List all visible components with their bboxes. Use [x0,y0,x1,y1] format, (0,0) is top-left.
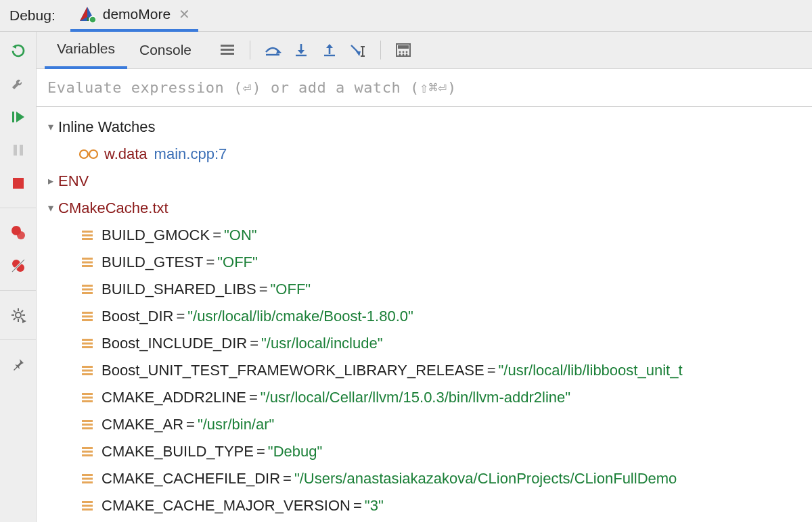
cmake-cache-node[interactable]: CMakeCache.txt [43,195,812,222]
variable-value: "OFF" [271,276,311,303]
tab-console[interactable]: Console [127,32,204,69]
evaluate-expression-button[interactable] [393,40,413,60]
expand-icon[interactable] [43,195,58,222]
cmake-cache-label: CMakeCache.txt [58,195,168,222]
close-tab-icon[interactable]: ✕ [179,6,190,22]
watch-location[interactable]: main.cpp:7 [154,141,227,168]
svg-rect-56 [82,262,93,264]
variables-tree[interactable]: Inline Watches w.data main.cpp:7 ENV C [37,107,812,522]
svg-rect-80 [82,478,93,480]
svg-point-44 [399,51,401,53]
sidebar-separator [0,208,36,208]
sidebar-separator-2 [0,290,36,291]
svg-rect-77 [82,451,93,453]
variable-icon [81,500,95,512]
settings-button[interactable] [9,306,28,325]
wrench-icon[interactable] [9,74,28,93]
svg-rect-57 [82,265,93,267]
variable-entry[interactable]: CMAKE_BUILD_TYPE = "Debug" [43,438,812,465]
svg-rect-63 [82,319,93,321]
svg-rect-69 [82,373,93,375]
svg-rect-62 [82,316,93,318]
variable-name: Boost_INCLUDE_DIR [102,330,247,357]
equals: = [247,330,261,357]
svg-rect-73 [82,420,93,422]
svg-rect-83 [82,505,93,507]
variable-icon [81,392,95,404]
svg-point-16 [16,312,21,318]
variable-entry[interactable]: BUILD_GMOCK = "ON" [43,222,812,249]
layout-icon[interactable] [217,40,238,60]
svg-rect-84 [82,508,93,511]
variable-icon [81,283,95,295]
variable-name: CMAKE_ADDR2LINE [102,384,246,411]
svg-rect-26 [221,45,234,47]
variable-entry[interactable]: BUILD_SHARED_LIBS = "OFF" [43,276,812,303]
pause-button[interactable] [9,141,28,160]
glasses-icon [78,148,99,160]
variable-entry[interactable]: CMAKE_CACHE_MAJOR_VERSION = "3" [43,492,812,519]
variable-value: "/usr/local/lib/libboost_unit_t [499,357,683,384]
svg-rect-68 [82,370,93,372]
run-config-tab[interactable]: demoMore ✕ [70,0,198,32]
svg-point-11 [17,231,25,239]
rerun-button[interactable] [9,41,28,60]
evaluate-row [37,69,812,107]
svg-rect-82 [82,501,93,503]
inline-watches-node[interactable]: Inline Watches [43,114,812,141]
view-breakpoints-button[interactable] [9,223,28,242]
variable-name: BUILD_GMOCK [102,222,210,249]
run-to-cursor-button[interactable] [348,40,368,60]
variable-entry[interactable]: CMAKE_CACHEFILE_DIR = "/Users/anastasiak… [43,465,812,492]
env-node[interactable]: ENV [43,168,812,195]
variable-name: Boost_DIR [102,303,173,330]
resume-button[interactable] [9,108,28,126]
svg-rect-9 [13,178,24,189]
watch-name: w.data [104,141,148,168]
env-label: ENV [58,168,89,195]
svg-rect-72 [82,400,93,402]
variable-icon [81,310,95,323]
equals: = [280,465,294,492]
step-out-button[interactable] [319,40,340,60]
equals: = [173,303,187,330]
variable-value: "/Users/anastasiakazakova/CLionProjects/… [294,465,677,492]
variable-entry[interactable]: CMAKE_ADDR2LINE = "/usr/local/Cellar/llv… [43,384,812,411]
expand-icon[interactable] [43,114,58,141]
svg-rect-76 [82,447,93,449]
variable-name: CMAKE_CACHE_MAJOR_VERSION [102,492,351,519]
svg-marker-35 [326,44,333,48]
variable-entry[interactable]: Boost_UNIT_TEST_FRAMEWORK_LIBRARY_RELEAS… [43,357,812,384]
variable-entry[interactable]: Boost_DIR = "/usr/local/lib/cmake/Boost-… [43,303,812,330]
debugger-toolbar: Variables Console [37,32,812,69]
step-over-button[interactable] [263,40,283,60]
svg-rect-64 [82,339,93,341]
variable-entry[interactable]: CMAKE_AR = "/usr/bin/ar" [43,411,812,438]
step-into-button[interactable] [291,40,311,60]
pin-button[interactable] [9,355,28,374]
variable-entry[interactable]: BUILD_GTEST = "OFF" [43,249,812,276]
stop-button[interactable] [9,174,28,193]
watch-item[interactable]: w.data main.cpp:7 [43,141,812,168]
svg-rect-43 [398,45,409,49]
expand-icon[interactable] [43,168,58,195]
svg-rect-8 [20,145,23,156]
evaluate-expression-input[interactable] [46,78,812,97]
variable-value: "ON" [224,222,257,249]
mute-breakpoints-button[interactable] [9,256,28,275]
variable-name: Boost_UNIT_TEST_FRAMEWORK_LIBRARY_RELEAS… [102,357,484,384]
svg-rect-74 [82,424,93,426]
svg-rect-53 [82,235,93,237]
debug-label: Debug: [9,7,55,24]
svg-rect-61 [82,312,93,314]
variable-entry[interactable]: Boost_INCLUDE_DIR = "/usr/local/include" [43,330,812,357]
svg-point-47 [399,54,401,56]
svg-rect-59 [82,289,93,291]
tab-variables[interactable]: Variables [45,32,127,69]
variable-value: "/usr/local/include" [261,330,382,357]
variable-value: "Debug" [268,438,322,465]
svg-rect-54 [82,238,93,240]
svg-point-49 [406,54,408,56]
svg-rect-78 [82,454,93,456]
variable-name: CMAKE_CACHEFILE_DIR [102,465,280,492]
